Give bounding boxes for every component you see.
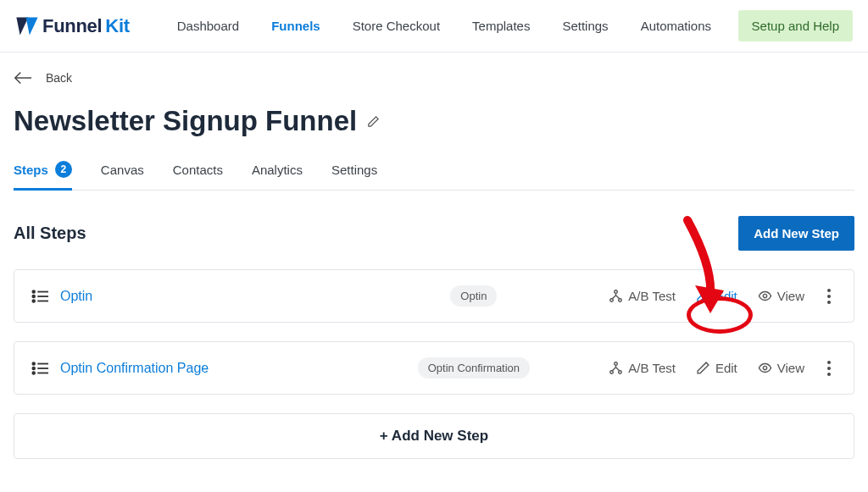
drag-handle-icon[interactable]: [31, 361, 48, 376]
svg-point-11: [619, 299, 622, 302]
nav-funnels[interactable]: Funnels: [271, 19, 320, 33]
edit-label: Edit: [715, 361, 737, 375]
eye-icon: [758, 289, 772, 303]
svg-point-19: [615, 362, 618, 366]
drag-handle-icon[interactable]: [31, 289, 48, 304]
tab-contacts[interactable]: Contacts: [173, 161, 223, 190]
brand-logo[interactable]: FunnelKit: [15, 15, 130, 37]
svg-point-21: [619, 371, 622, 374]
ab-test-icon: [609, 361, 623, 375]
edit-title-icon[interactable]: [367, 115, 380, 128]
nav-store-checkout[interactable]: Store Checkout: [353, 19, 440, 33]
svg-point-20: [610, 371, 614, 374]
ab-test-label: A/B Test: [628, 289, 676, 303]
add-new-step-button[interactable]: Add New Step: [738, 216, 854, 251]
brand-name-a: Funnel: [42, 15, 102, 37]
svg-point-12: [763, 294, 766, 297]
svg-point-14: [32, 367, 35, 369]
tab-steps-badge: 2: [55, 161, 72, 178]
svg-point-4: [32, 295, 35, 297]
step-type-pill: Optin: [450, 285, 497, 307]
step-row: Optin Optin A/B Test Edit: [14, 269, 854, 323]
svg-marker-1: [26, 17, 38, 35]
back-link[interactable]: Back: [14, 71, 854, 85]
svg-point-15: [32, 372, 35, 374]
add-new-step-card[interactable]: + Add New Step: [14, 413, 854, 459]
arrow-left-icon: [14, 71, 32, 85]
tab-steps-label: Steps: [14, 163, 48, 177]
ab-test-icon: [609, 289, 623, 303]
step-name-link[interactable]: Optin: [60, 289, 92, 304]
svg-point-10: [610, 299, 614, 302]
view-action[interactable]: View: [754, 285, 808, 307]
ab-test-label: A/B Test: [628, 361, 676, 375]
view-label: View: [777, 289, 804, 303]
step-name-link[interactable]: Optin Confirmation Page: [60, 361, 209, 376]
page-title: Newsletter Signup Funnel: [14, 105, 357, 137]
title-row: Newsletter Signup Funnel: [14, 105, 854, 137]
svg-point-5: [32, 300, 35, 302]
more-menu-icon[interactable]: [821, 360, 837, 377]
eye-icon: [758, 361, 772, 375]
page-body: Back Newsletter Signup Funnel Steps 2 Ca…: [0, 53, 868, 459]
tab-settings[interactable]: Settings: [331, 161, 377, 190]
ab-test-action[interactable]: A/B Test: [605, 357, 679, 379]
steps-section-header: All Steps Add New Step: [14, 216, 854, 251]
svg-point-3: [32, 290, 35, 293]
pencil-icon: [696, 289, 710, 303]
tab-analytics[interactable]: Analytics: [252, 161, 303, 190]
brand-name-b: Kit: [105, 15, 129, 37]
nav-templates[interactable]: Templates: [472, 19, 530, 33]
step-row: Optin Confirmation Page Optin Confirmati…: [14, 341, 854, 395]
edit-action[interactable]: Edit: [693, 357, 741, 379]
view-action[interactable]: View: [754, 357, 808, 379]
svg-point-22: [763, 366, 766, 369]
svg-point-13: [32, 362, 35, 365]
top-navbar: FunnelKit Dashboard Funnels Store Checko…: [0, 0, 868, 53]
nav-settings[interactable]: Settings: [562, 19, 608, 33]
brand-mark-icon: [15, 16, 39, 36]
edit-action[interactable]: Edit: [693, 285, 741, 307]
edit-label: Edit: [715, 289, 737, 303]
step-type-pill: Optin Confirmation: [418, 357, 530, 379]
tab-steps[interactable]: Steps 2: [14, 161, 72, 190]
nav-automations[interactable]: Automations: [641, 19, 711, 33]
svg-point-9: [615, 290, 618, 294]
funnel-tabs: Steps 2 Canvas Contacts Analytics Settin…: [14, 161, 854, 191]
ab-test-action[interactable]: A/B Test: [605, 285, 679, 307]
more-menu-icon[interactable]: [821, 288, 837, 305]
tab-canvas[interactable]: Canvas: [101, 161, 144, 190]
pencil-icon: [696, 361, 710, 375]
section-title: All Steps: [14, 224, 86, 243]
nav-dashboard[interactable]: Dashboard: [177, 19, 239, 33]
back-label: Back: [46, 71, 72, 85]
main-nav: Dashboard Funnels Store Checkout Templat…: [177, 19, 711, 33]
setup-help-button[interactable]: Setup and Help: [738, 10, 853, 41]
view-label: View: [777, 361, 804, 375]
